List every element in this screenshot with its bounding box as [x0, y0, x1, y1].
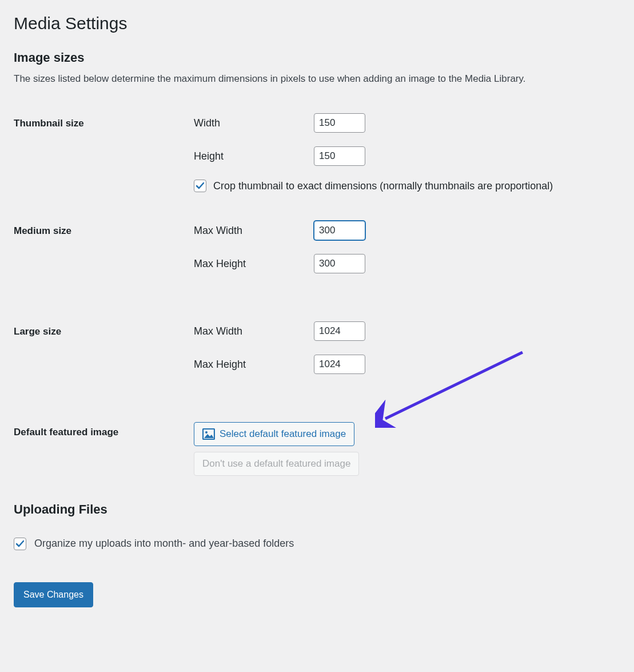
organize-uploads-checkbox[interactable]	[14, 538, 26, 550]
medium-max-height-label: Max Height	[194, 258, 314, 270]
large-max-height-label: Max Height	[194, 359, 314, 371]
large-max-width-input[interactable]	[314, 321, 365, 341]
medium-max-width-label: Max Width	[194, 225, 314, 237]
svg-point-1	[205, 431, 208, 434]
remove-default-featured-button[interactable]: Don't use a default featured image	[194, 452, 359, 476]
image-sizes-intro: The sizes listed below determine the max…	[14, 73, 620, 85]
checkmark-icon	[15, 539, 25, 548]
medium-max-width-input[interactable]	[314, 221, 365, 240]
medium-max-height-input[interactable]	[314, 254, 365, 273]
uploading-files-heading: Uploading Files	[14, 502, 620, 517]
save-changes-label: Save Changes	[23, 589, 83, 601]
default-featured-label: Default featured image	[14, 416, 194, 482]
thumbnail-width-label: Width	[194, 117, 314, 129]
page-title: Media Settings	[14, 14, 620, 33]
select-default-featured-label: Select default featured image	[220, 427, 346, 441]
settings-table: Thumbnail size Width Height Crop thumbna…	[14, 108, 620, 482]
remove-default-featured-label: Don't use a default featured image	[202, 457, 350, 471]
thumbnail-height-input[interactable]	[314, 146, 365, 166]
save-changes-button[interactable]: Save Changes	[14, 582, 93, 607]
crop-thumbnail-label: Crop thumbnail to exact dimensions (norm…	[213, 180, 553, 192]
large-max-height-input[interactable]	[314, 355, 365, 374]
thumbnail-size-label: Thumbnail size	[14, 108, 194, 215]
checkmark-icon	[196, 181, 205, 190]
crop-thumbnail-checkbox[interactable]	[194, 180, 206, 192]
thumbnail-height-label: Height	[194, 150, 314, 162]
image-icon	[202, 428, 215, 440]
thumbnail-width-input[interactable]	[314, 113, 365, 133]
large-max-width-label: Max Width	[194, 325, 314, 337]
select-default-featured-button[interactable]: Select default featured image	[194, 422, 354, 446]
large-size-label: Large size	[14, 316, 194, 416]
organize-uploads-label: Organize my uploads into month- and year…	[34, 538, 294, 550]
image-sizes-heading: Image sizes	[14, 50, 620, 65]
medium-size-label: Medium size	[14, 215, 194, 316]
